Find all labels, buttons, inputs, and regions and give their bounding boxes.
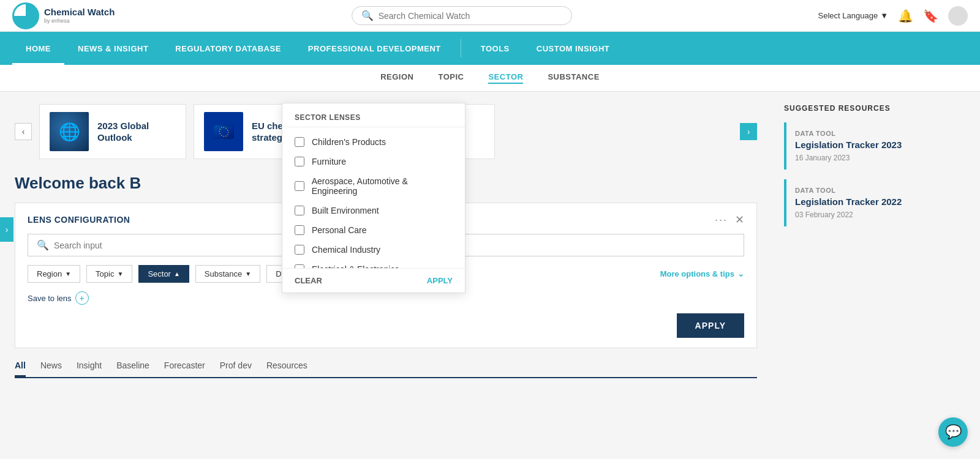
sector-dropdown: SECTOR LENSES Children's Products Furnit… [282,103,466,293]
carousel-img-1: 🇪🇺 [204,112,243,151]
resource-card-0[interactable]: DATA TOOL Legislation Tracker 2023 16 Ja… [784,122,968,170]
search-box[interactable]: 🔍 [352,6,572,25]
resource-card-1[interactable]: DATA TOOL Legislation Tracker 2022 03 Fe… [784,179,968,226]
filter-substance[interactable]: Substance ▼ [195,265,260,283]
dropdown-item-0[interactable]: Children's Products [282,132,465,152]
dropdown-label-4: Personal Care [312,225,367,235]
more-options-chevron: ⌄ [737,269,744,278]
nav-home[interactable]: HOME [12,32,64,65]
dropdown-footer: CLEAR APPLY [282,268,465,293]
logo-icon [12,2,39,29]
header-right: Select Language ▼ 🔔 🔖 [809,6,968,26]
dropdown-clear-btn[interactable]: CLEAR [295,276,322,285]
filter-topic[interactable]: Topic ▼ [86,265,132,283]
tab-insight[interactable]: Insight [77,360,102,377]
resource-type-0: DATA TOOL [795,130,968,137]
chat-bubble[interactable]: 💬 [938,417,968,447]
resource-date-1: 03 February 2022 [795,211,968,219]
more-options-btn[interactable]: More options & tips ⌄ [660,269,744,278]
logo-area: Chemical Watch by enhesa [12,2,115,29]
checkbox-chemical-industry[interactable] [295,245,304,255]
main-area: ‹ 🌐 2023 GlobalOutlook 🇪🇺 EU chemicalsst… [0,92,980,390]
search-input[interactable] [379,11,562,21]
subnav: REGION TOPIC SECTOR SUBSTANCE [0,65,980,92]
checkbox-furniture[interactable] [295,157,304,166]
dropdown-apply-btn[interactable]: APPLY [427,276,453,285]
carousel-title-0: 2023 GlobalOutlook [97,120,149,144]
apply-btn[interactable]: APPLY [677,313,744,338]
user-avatar[interactable] [948,6,968,26]
checkbox-personal-care[interactable] [295,225,304,235]
save-lens[interactable]: Save to lens + [28,291,744,305]
notification-icon[interactable]: 🔔 [898,9,913,23]
dropdown-label-3: Built Environment [312,206,379,215]
dropdown-list: Children's Products Furniture Aerospace,… [282,127,465,268]
resource-title-0: Legislation Tracker 2023 [795,140,968,150]
subnav-topic[interactable]: TOPIC [438,72,464,84]
search-area: 🔍 [115,6,809,25]
nav-professional-development[interactable]: PROFESSIONAL DEVELOPMENT [295,32,454,65]
content-tabs: All News Insight Baseline Forecaster Pro… [15,360,757,378]
sector-chevron: ▲ [174,271,180,277]
side-arrow-left[interactable]: › [0,217,13,242]
nav-tools[interactable]: TOOLS [467,32,523,65]
nav-custom-insight[interactable]: CUSTOM INSIGHT [523,32,623,65]
tab-resources[interactable]: Resources [266,360,307,377]
resource-date-0: 16 January 2023 [795,154,968,162]
subnav-sector[interactable]: SECTOR [488,72,523,84]
checkbox-children-products[interactable] [295,137,304,147]
filter-sector[interactable]: Sector ▲ [138,265,189,283]
logo-name: Chemical Watch [44,7,115,18]
lens-config-title: Lens configuration [28,215,130,225]
navbar: HOME NEWS & INSIGHT REGULATORY DATABASE … [0,32,980,65]
dropdown-label-5: Chemical Industry [312,245,380,255]
checkbox-electrical[interactable] [295,264,304,268]
dropdown-item-3[interactable]: Built Environment [282,201,465,220]
chevron-down-icon: ▼ [880,11,888,20]
carousel-prev-btn[interactable]: ‹ [15,123,32,140]
checkbox-built-environment[interactable] [295,206,304,215]
more-actions-btn[interactable]: ··· [715,214,728,226]
resource-type-1: DATA TOOL [795,187,968,194]
filter-region[interactable]: Region ▼ [28,265,80,283]
bookmark-icon[interactable]: 🔖 [923,9,938,23]
apply-btn-area: APPLY [28,313,744,338]
logo-sub: by enhesa [44,18,115,24]
tab-baseline[interactable]: Baseline [116,360,149,377]
sidebar: SUGGESTED RESOURCES DATA TOOL Legislatio… [772,92,980,390]
header: Chemical Watch by enhesa 🔍 Select Langua… [0,0,980,32]
close-lens-btn[interactable]: ✕ [735,213,744,226]
dropdown-item-5[interactable]: Chemical Industry [282,240,465,259]
substance-chevron: ▼ [245,271,251,277]
dropdown-label-6: Electrical & Electronics [312,264,399,268]
tab-prof-dev[interactable]: Prof dev [220,360,252,377]
tab-forecaster[interactable]: Forecaster [164,360,205,377]
checkbox-aerospace[interactable] [295,181,304,191]
lens-config-actions: ··· ✕ [715,213,744,226]
dropdown-header: SECTOR LENSES [282,103,465,127]
carousel-img-0: 🌐 [50,112,89,151]
tab-news[interactable]: News [40,360,62,377]
logo-text: Chemical Watch by enhesa [44,7,115,24]
select-language[interactable]: Select Language ▼ [818,11,888,20]
dropdown-label-1: Furniture [312,157,346,166]
nav-divider [461,39,461,58]
save-lens-plus-btn[interactable]: + [75,291,89,305]
tab-all[interactable]: All [15,360,26,377]
dropdown-item-4[interactable]: Personal Care [282,220,465,240]
region-chevron: ▼ [65,271,71,277]
nav-regulatory-database[interactable]: REGULATORY DATABASE [162,32,295,65]
subnav-substance[interactable]: SUBSTANCE [548,72,599,84]
carousel-next-btn[interactable]: › [740,123,757,140]
dropdown-item-6[interactable]: Electrical & Electronics [282,259,465,268]
dropdown-item-2[interactable]: Aerospace, Automotive & Engineering [282,171,465,201]
suggested-title: SUGGESTED RESOURCES [784,104,968,113]
carousel-card-0[interactable]: 🌐 2023 GlobalOutlook [39,104,186,159]
dropdown-label-0: Children's Products [312,137,386,147]
subnav-region[interactable]: REGION [380,72,413,84]
search-icon: 🔍 [361,10,374,21]
nav-news-insight[interactable]: NEWS & INSIGHT [64,32,162,65]
lens-search-icon: 🔍 [37,239,49,251]
topic-chevron: ▼ [117,271,123,277]
dropdown-item-1[interactable]: Furniture [282,152,465,171]
